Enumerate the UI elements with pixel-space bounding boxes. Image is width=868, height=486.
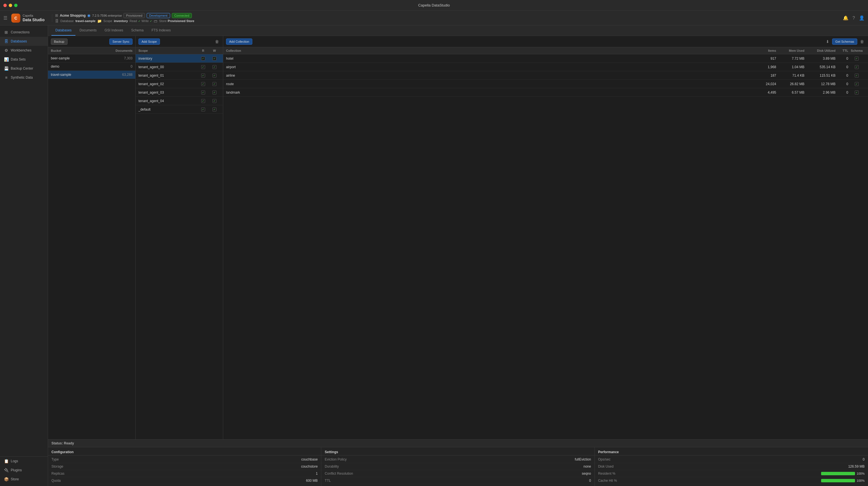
table-row[interactable]: tenant_agent_04 ✓ ✓ (135, 97, 223, 105)
menu-icon[interactable]: ☰ (3, 15, 7, 21)
sidebar-item-workbenches[interactable]: ⚙ Workbenches (0, 46, 48, 55)
coll-schema: ✓ (848, 73, 865, 78)
table-row[interactable]: _default ✓ ✓ (135, 105, 223, 114)
sidebar-store-label: Store (11, 477, 19, 481)
table-row[interactable]: tenant_agent_01 ✓ ✓ (135, 71, 223, 80)
add-scope-button[interactable]: Add Scope (138, 38, 160, 45)
list-item: Type couchbase (48, 456, 321, 463)
bucket-docs: 0 (113, 64, 132, 68)
coll-col-ttl: TTL (836, 49, 848, 52)
tab-documents[interactable]: Documents (75, 25, 101, 36)
sidebar-item-store[interactable]: 📦 Store (0, 475, 48, 484)
table-row[interactable]: tenant_agent_00 ✓ ✓ (135, 63, 223, 71)
coll-items: 1,968 (753, 65, 776, 69)
status-value: Ready (64, 441, 74, 445)
close-button[interactable] (3, 4, 7, 7)
coll-col-schema: Schema (848, 49, 865, 52)
table-row[interactable]: airport 1,968 1.04 MB 535.14 KB 0 ✓ (223, 63, 868, 71)
sidebar-item-datasets[interactable]: 📊 Data Sets (0, 55, 48, 64)
store-label: Store (159, 19, 166, 23)
coll-name: airline (226, 74, 753, 78)
database-panel: Backup Server Sync Bucket Documents beer… (48, 36, 868, 486)
synthetic-icon: ≡ (4, 75, 8, 80)
tab-databases[interactable]: Databases (52, 25, 75, 36)
coll-mem: 6.57 MB (776, 90, 804, 94)
delete-collection-icon[interactable]: 🗑 (859, 39, 865, 45)
table-row[interactable]: inventory ✓ ✓ (135, 54, 223, 63)
maximize-button[interactable] (14, 4, 18, 7)
scope-r-check: ✓ (197, 56, 209, 60)
delete-scope-icon[interactable]: 🗑 (214, 39, 220, 45)
list-item: Conflict Resolution seqno (321, 470, 594, 477)
sidebar-item-connections[interactable]: ⊞ Connections (0, 28, 48, 37)
bucket-name: travel-sample (51, 73, 113, 77)
table-row[interactable]: tenant_agent_03 ✓ ✓ (135, 88, 223, 97)
coll-ttl: 0 (836, 57, 848, 60)
sidebar-item-plugins[interactable]: 🔌 Plugins (0, 466, 48, 475)
backup-button[interactable]: Backup (51, 38, 67, 45)
list-item: Quota 600 MB (48, 477, 321, 484)
coll-disk: 115.51 KB (804, 74, 836, 78)
notification-icon[interactable]: 🔔 (843, 15, 848, 21)
eviction-value: fullEviction (575, 457, 591, 461)
scope-name: tenant_agent_00 (138, 65, 197, 69)
table-row[interactable]: hotel 917 7.72 MB 3.89 MB 0 ✓ (223, 54, 868, 63)
db-label: Database (60, 19, 74, 23)
table-row[interactable]: airline 187 71.4 KB 115.51 KB 0 ✓ (223, 71, 868, 80)
conflict-label: Conflict Resolution (324, 471, 582, 476)
brand: C Capella Data Studio (11, 13, 44, 23)
coll-items: 187 (753, 74, 776, 78)
table-row[interactable]: route 24,024 26.82 MB 12.78 MB 0 ✓ (223, 80, 868, 88)
scope-r-check: ✓ (197, 73, 209, 78)
bucket-table-header: Bucket Documents (48, 47, 135, 54)
table-row[interactable]: travel-sample 63,288 (48, 71, 135, 79)
resident-label: Resident % (598, 471, 821, 476)
sidebar-item-databases[interactable]: 🗄 Databases (0, 37, 48, 46)
sidebar-item-logs[interactable]: 📋 Logs (0, 457, 48, 466)
coll-mem: 71.4 KB (776, 74, 804, 78)
list-item: Disk Used 126.59 MB (595, 463, 868, 470)
coll-items: 4,495 (753, 90, 776, 94)
download-icon[interactable]: ⬇ (825, 39, 830, 45)
help-icon[interactable]: ? (852, 16, 855, 21)
scope-r-check: ✓ (197, 90, 209, 94)
config-storage-label: Storage (52, 464, 301, 468)
sidebar-item-synthetic[interactable]: ≡ Synthetic Data (0, 73, 48, 82)
coll-schema: ✓ (848, 82, 865, 86)
tab-schema[interactable]: Schema (127, 25, 148, 36)
cachehit-label: Cache Hit % (598, 479, 821, 483)
tab-gsi-indexes[interactable]: GSI Indexes (101, 25, 127, 36)
add-collection-button[interactable]: Add Collection (226, 38, 252, 45)
durability-label: Durability (324, 464, 584, 468)
collection-table-header: Collection Items Mem Used Disk Utilized … (223, 47, 868, 54)
get-schemas-button[interactable]: Get Schemas (832, 38, 857, 45)
table-row[interactable]: landmark 4,495 6.57 MB 2.96 MB 0 ✓ (223, 88, 868, 97)
user-icon[interactable]: 👤 (859, 15, 865, 21)
table-row[interactable]: demo 0 (48, 62, 135, 71)
bucket-toolbar: Backup Server Sync (48, 36, 135, 47)
dev-badge: Development (147, 13, 170, 18)
scope-r-check: ✓ (197, 107, 209, 111)
config-replicas-label: Replicas (52, 471, 316, 476)
diskused-value: 126.59 MB (848, 464, 865, 468)
workbenches-icon: ⚙ (4, 48, 8, 53)
sidebar-databases-label: Databases (11, 39, 27, 43)
store-nav-icon: 📦 (4, 477, 8, 482)
performance-header: Performance (595, 449, 868, 455)
table-row[interactable]: beer-sample 7,303 (48, 54, 135, 62)
read-check-icon: ✓ (138, 20, 141, 23)
sidebar-item-backup[interactable]: 💾 Backup Center (0, 64, 48, 73)
connected-badge: Connected (172, 13, 192, 18)
list-item: Eviction Policy fullEviction (321, 456, 594, 463)
connection-row2: 🗄 Database travel-sample 📁 Scope invento… (55, 19, 194, 23)
bucket-pane: Backup Server Sync Bucket Documents beer… (48, 36, 135, 439)
table-row[interactable]: tenant_agent_02 ✓ ✓ (135, 80, 223, 88)
minimize-button[interactable] (9, 4, 12, 7)
tab-fts-indexes[interactable]: FTS Indexes (148, 25, 175, 36)
scope-w-check: ✓ (209, 56, 220, 60)
window-title: Capella DataStudio (418, 3, 450, 7)
server-sync-button[interactable]: Server Sync (110, 38, 132, 45)
ops-value: 0 (863, 457, 865, 461)
status-label: Status: Ready (52, 441, 74, 445)
coll-ttl: 0 (836, 74, 848, 78)
